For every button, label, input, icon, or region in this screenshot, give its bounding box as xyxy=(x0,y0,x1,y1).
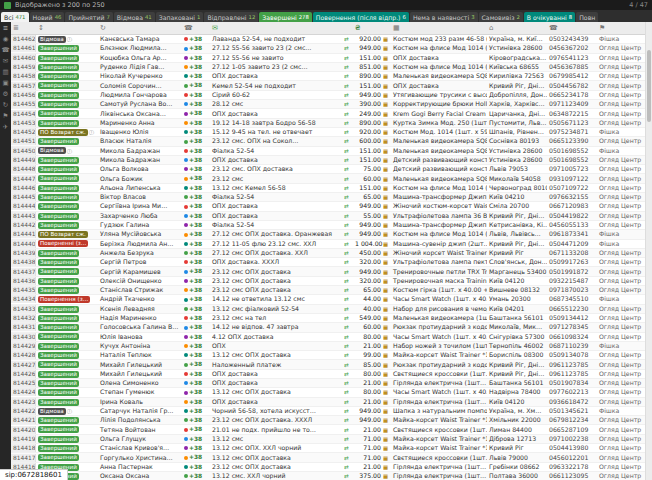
table-row[interactable]: 814438ЗавершенийСергій Петров+38ОПХ дост… xyxy=(11,258,645,267)
table-row[interactable]: 814426ЗавершенийМихайл Гилецький+38ОПХ д… xyxy=(11,370,645,379)
customer-phone[interactable]: 0971123409 xyxy=(547,100,597,108)
vertical-scrollbar[interactable] xyxy=(645,22,652,480)
customer-phone[interactable]: 0501698552 xyxy=(547,147,597,155)
tab-8[interactable]: Нема в наявності3 xyxy=(410,12,478,22)
table-row[interactable]: 814419ЗавершенийОльга Глущук+3813.12 смс… xyxy=(11,435,645,444)
customer-phone[interactable]: 0932215487 xyxy=(547,277,597,285)
table-row[interactable]: 814428ЗавершенийНаталія Теплюк+3813.12 с… xyxy=(11,351,645,360)
customer-phone[interactable]: 0505671123 xyxy=(547,119,597,127)
customer-phone[interactable]: 0504456782 xyxy=(547,82,597,90)
table-row[interactable]: 814449ЗавершенийМикола Бадражан+38ОПХ до… xyxy=(11,156,645,165)
tab-3[interactable]: Відмова41 xyxy=(114,12,155,22)
tab-4[interactable]: Запаковані1 xyxy=(156,12,204,22)
scrollbar-thumb[interactable] xyxy=(647,50,651,122)
customer-phone[interactable]: 0971002238 xyxy=(547,435,597,443)
customer-phone[interactable]: 0501907834 xyxy=(547,379,597,387)
customer-phone[interactable]: 0971870023 xyxy=(547,286,597,294)
table-row[interactable]: 814446ЗавершенийАльона Липенська+3813.12… xyxy=(11,184,645,193)
table-row[interactable]: 814460ЗавершенийКоцюбка Ольга Ар…+3827.1… xyxy=(11,54,645,63)
table-row[interactable]: 814430ЗавершенийЮлія Іванова+384.12 ОПХ … xyxy=(11,333,645,342)
table-row[interactable]: 814423ЗавершенийІрина Коваль+38ОПХ доста… xyxy=(11,398,645,407)
customer-phone[interactable]: 0509917263 xyxy=(547,258,597,266)
settings-icon[interactable]: ⚙ xyxy=(3,91,9,98)
customer-phone[interactable]: 0976541123 xyxy=(547,54,597,62)
col-id-icon[interactable]: ≣ xyxy=(11,23,36,34)
export-icon[interactable]: ✈ xyxy=(3,124,8,131)
customer-phone[interactable]: 0936618472 xyxy=(547,398,597,406)
customer-phone[interactable]: 0456055133 xyxy=(547,221,597,229)
customer-phone[interactable]: 0634872215 xyxy=(547,110,597,118)
table-row[interactable]: 814417ЗавершенийГоргулько Христина…+3813… xyxy=(11,453,645,462)
customer-phone[interactable]: 0501698552 xyxy=(547,156,597,164)
app-logo-icon[interactable] xyxy=(4,2,11,9)
table-row[interactable]: 814440Поверненні (з…Берізка Людмила Ан…+… xyxy=(11,240,645,249)
table-row[interactable]: 814450ВідмоваⓘМикола Бадражан+38Фіалка 5… xyxy=(11,147,645,156)
table-row[interactable]: 814415ЗавершенийОксана Оксана+3813.12 см… xyxy=(11,472,645,480)
menu-icon[interactable]: ≡ xyxy=(3,25,8,32)
table-row[interactable]: 814461ЗавершенийБлєзнюк Людмила…+3827.12… xyxy=(11,44,645,53)
table-row[interactable]: 814433ЗавершенийКсенія Левадняя+3813.12 … xyxy=(11,305,645,314)
customer-phone[interactable]: 0963322178 xyxy=(547,463,597,471)
customer-phone[interactable]: 0661098324 xyxy=(547,333,597,341)
customer-phone[interactable]: 0509134412 xyxy=(547,314,597,322)
customer-phone[interactable]: 0456367202 xyxy=(547,44,597,52)
stats-icon[interactable]: ▥ xyxy=(2,69,8,76)
table-row[interactable]: 814445ЗавершенийВіктор Власов+38Фіалка 5… xyxy=(11,193,645,202)
customer-phone[interactable]: 0456012201 xyxy=(547,454,597,462)
customer-phone[interactable]: 0665123390 xyxy=(547,137,597,145)
table-row[interactable]: 814422ВідмоваⓘСатарчук Наталія Гр…+38Чор… xyxy=(11,407,645,416)
col-status-sort-icon[interactable]: ↕ xyxy=(36,23,98,34)
col-phone-code-icon[interactable]: ☎ xyxy=(182,23,210,34)
customer-phone[interactable]: 0507109722 xyxy=(547,184,597,192)
table-row[interactable]: 814456ЗавершенийЛюдмила Гончарова+38Сіри… xyxy=(11,91,645,100)
table-row[interactable]: 814439ЗавершенийАнжела Безрука+3827.12 с… xyxy=(11,249,645,258)
tab-10[interactable]: В очікуванні8 xyxy=(524,12,575,22)
table-row[interactable]: 814436ЗавершенийОлексій Онищенко+3823.12… xyxy=(11,277,645,286)
table-row[interactable]: 814458ЗавершенийНіколай Кучеренко+38ОПХ … xyxy=(11,72,645,81)
col-source-icon[interactable]: ⚑ xyxy=(597,23,645,34)
table-row[interactable]: 814443ЗавершенийЗахарченко Люба+38ОПХ до… xyxy=(11,212,645,221)
customer-phone[interactable]: 0975234871 xyxy=(547,128,597,136)
table-row[interactable]: 814448ЗавершенийОльга Волкова+3823.12 см… xyxy=(11,165,645,174)
col-product-icon[interactable]: ▦ xyxy=(391,23,487,34)
customer-phone[interactable]: 0456367885 xyxy=(547,63,597,71)
table-row[interactable]: 814457ЗавершенийСоломія Сорочин…+38Кемел… xyxy=(11,81,645,90)
table-row[interactable]: 814442ЗавершенийГудзюк Галина+38Фіалка 5… xyxy=(11,221,645,230)
tab-0[interactable]: Всі471 xyxy=(1,12,29,22)
table-row[interactable]: 814429ЗавершенийКучух Антоніна+38ОПХ⇄21.… xyxy=(11,342,645,351)
table-row[interactable]: 814418ЗавершенийСтаніслав Кривов'я…+3813… xyxy=(11,444,645,453)
table-row[interactable]: 814434Повернення (з…Андрій Ткаченко+3814… xyxy=(11,295,645,304)
tab-1[interactable]: Новий46 xyxy=(30,12,65,22)
col-refresh-icon[interactable]: ↻ xyxy=(98,23,182,34)
table-row[interactable]: 814424ЗавершенийСтепан Гуменюк+3813.12 с… xyxy=(11,388,645,397)
tab-6[interactable]: Завершені278 xyxy=(259,12,312,22)
customer-phone[interactable]: 0504419822 xyxy=(547,212,597,220)
customer-phone[interactable]: 0679812234 xyxy=(547,416,597,424)
table-row[interactable]: 814425ЗавершенийОлена Симоненко+38ОПХ до… xyxy=(11,379,645,388)
col-comment-icon[interactable]: ✉ xyxy=(210,23,344,34)
customer-phone[interactable]: 0501991872 xyxy=(547,268,597,276)
customer-phone[interactable]: 0504413980 xyxy=(547,444,597,452)
table-row[interactable]: 814420ЗавершенийТетяна Войтован+3821.01 … xyxy=(11,425,645,434)
customer-phone[interactable]: 0503243439 xyxy=(547,35,597,43)
customer-phone[interactable]: 0961123785 xyxy=(547,361,597,369)
table-row[interactable]: 814447ЗавершенийОльга Божик+3823.12 смс⇄… xyxy=(11,174,645,183)
customer-phone[interactable]: 0671133208 xyxy=(547,249,597,257)
customer-phone[interactable]: 0504471209 xyxy=(547,240,597,248)
customer-phone[interactable]: 0971278345 xyxy=(547,323,597,331)
tab-2[interactable]: Прийнятий7 xyxy=(65,12,112,22)
table-row[interactable]: 814453ЗавершенийМариненко Анна+3819.12 1… xyxy=(11,119,645,128)
customer-phone[interactable]: 0687110239 xyxy=(547,342,597,350)
customer-phone[interactable]: 0931097122 xyxy=(547,175,597,183)
table-row[interactable]: 814432ЗавершенийНадія Мариненко+3823.12 … xyxy=(11,314,645,323)
table-row[interactable]: 814462ВідмоваⓘКанєвська Тамара+38Лаванда… xyxy=(11,35,645,44)
customer-phone[interactable]: 0665287109 xyxy=(547,426,597,434)
tab-5[interactable]: Відправлені12 xyxy=(204,12,258,22)
mail-icon[interactable]: ✉ xyxy=(3,58,8,65)
tab-11[interactable]: Повн xyxy=(576,12,598,22)
col-total-icon[interactable]: ₴ xyxy=(353,23,383,34)
table-row[interactable]: 814427ЗавершенийМихайл Гилецький+38Налож… xyxy=(11,360,645,369)
table-row[interactable]: 814431ЗавершенийГолосовська Галина В…+38… xyxy=(11,323,645,332)
pagination[interactable]: 4 / 47 xyxy=(629,1,648,9)
table-row[interactable]: 814441ПО Возврат сж.Уляна Мусійовська+38… xyxy=(11,230,645,239)
